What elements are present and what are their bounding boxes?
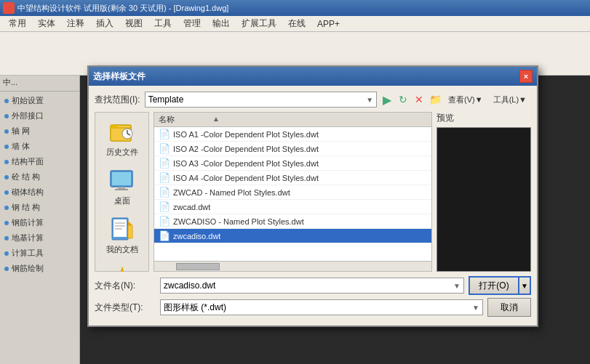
file-name-7: zwcadiso.dwt xyxy=(173,232,220,240)
filename-input[interactable]: zwcadiso.dwt ▼ xyxy=(160,278,464,294)
menu-solid[interactable]: 实体 xyxy=(32,16,61,31)
file-scroll-area[interactable]: 📄 ISO A1 -Color Dependent Plot Styles.dw… xyxy=(154,127,431,261)
file-item-7[interactable]: 📄 zwcadiso.dwt xyxy=(154,229,431,243)
refresh-icon[interactable]: ↻ xyxy=(396,92,410,107)
file-name-4: ZWCAD - Named Plot Styles.dwt xyxy=(173,188,290,197)
dialog-close-button[interactable]: × xyxy=(519,70,533,83)
column-name-label: 名称 xyxy=(159,114,175,125)
svg-rect-6 xyxy=(112,172,131,185)
sidebar-item-8[interactable]: 钢筋计算 xyxy=(0,215,79,230)
nav-desktop-label: 桌面 xyxy=(114,195,130,206)
back-icon[interactable]: ▶ xyxy=(380,92,394,107)
menu-tools[interactable]: 工具 xyxy=(148,16,178,31)
file-item-2[interactable]: 📄 ISO A3 -Color Dependent Plot Styles.dw… xyxy=(154,156,431,171)
menu-extend[interactable]: 扩展工具 xyxy=(236,16,282,31)
sidebar-dot-9 xyxy=(4,236,9,240)
sidebar-dot-11 xyxy=(4,267,9,271)
sidebar-item-3[interactable]: 墙 体 xyxy=(0,139,79,154)
tools-dropdown[interactable]: 工具(L)▼ xyxy=(489,93,531,107)
file-icon-5: 📄 xyxy=(159,201,170,212)
dialog-title: 选择样板文件 xyxy=(93,70,145,83)
nav-history[interactable]: 历史文件 xyxy=(97,116,147,161)
file-select-dialog: 选择样板文件 × 查找范围(I): Template ▼ ▶ ↻ ✕ xyxy=(87,65,538,327)
sidebar-item-0[interactable]: 初始设置 xyxy=(0,93,79,108)
view-dropdown[interactable]: 查看(V)▼ xyxy=(444,93,487,107)
left-sidebar: 中... 初始设置 外部接口 轴 网 墙 体 结构平面 砼 结 构 砌体结构 xyxy=(0,76,80,364)
file-icon-2: 📄 xyxy=(159,158,170,169)
sidebar-label-9: 地基计算 xyxy=(12,232,44,243)
nav-docs-label: 我的文档 xyxy=(106,244,138,255)
sidebar-dot-4 xyxy=(4,160,9,164)
open-button-group: 打开(O) ▼ xyxy=(469,276,531,295)
filetype-input[interactable]: 图形样板 (*.dwt) ▼ xyxy=(160,299,483,315)
sidebar-dot-1 xyxy=(4,114,9,118)
file-name-5: zwcad.dwt xyxy=(173,203,210,211)
sidebar-item-2[interactable]: 轴 网 xyxy=(0,124,79,139)
menu-annotation[interactable]: 注释 xyxy=(61,16,90,31)
toolbar-placeholder xyxy=(3,49,13,58)
sidebar-label-0: 初始设置 xyxy=(12,95,44,106)
file-item-3[interactable]: 📄 ISO A4 -Color Dependent Plot Styles.dw… xyxy=(154,171,431,185)
filetype-dropdown-arrow: ▼ xyxy=(472,304,479,312)
bottom-section: 文件名(N): zwcadiso.dwt ▼ 打开(O) ▼ xyxy=(95,276,531,320)
sidebar-label-3: 墙 体 xyxy=(12,141,30,152)
sidebar-item-11[interactable]: 钢筋绘制 xyxy=(0,261,79,276)
search-dropdown[interactable]: Template ▼ xyxy=(145,92,377,108)
sort-arrow-icon: ▲ xyxy=(212,115,220,123)
menu-view[interactable]: 视图 xyxy=(119,16,148,31)
dialog-body: 历史文件 桌面 xyxy=(95,112,531,272)
scrollbar-thumb[interactable] xyxy=(176,263,220,270)
file-item-6[interactable]: 📄 ZWCADISO - Named Plot Styles.dwt xyxy=(154,214,431,229)
menu-online[interactable]: 在线 xyxy=(282,16,311,31)
menu-common[interactable]: 常用 xyxy=(3,16,32,31)
file-panel-header: 名称 ▲ xyxy=(154,113,431,127)
filename-dropdown-arrow: ▼ xyxy=(453,282,461,290)
cancel-button[interactable]: 取消 xyxy=(487,298,531,317)
sidebar-item-1[interactable]: 外部接口 xyxy=(0,108,79,124)
svg-rect-10 xyxy=(113,219,127,237)
new-folder-icon[interactable]: 📁 xyxy=(428,92,442,107)
sidebar-dot-5 xyxy=(4,175,9,179)
search-dropdown-value: Template xyxy=(148,94,184,105)
nav-favorites[interactable]: 收藏夹 xyxy=(97,262,147,272)
nav-desktop[interactable]: 桌面 xyxy=(97,164,147,210)
file-name-0: ISO A1 -Color Dependent Plot Styles.dwt xyxy=(173,130,319,139)
menu-bar: 常用 实体 注释 插入 视图 工具 管理 输出 扩展工具 在线 APP+ xyxy=(0,16,590,32)
sidebar-label-2: 轴 网 xyxy=(12,126,30,137)
open-button[interactable]: 打开(O) xyxy=(469,276,519,295)
sidebar-dot-3 xyxy=(4,145,9,149)
horizontal-scrollbar[interactable] xyxy=(154,261,431,271)
menu-output[interactable]: 输出 xyxy=(207,16,236,31)
app-logo xyxy=(3,2,15,14)
filetype-value: 图形样板 (*.dwt) xyxy=(164,302,226,314)
preview-label: 预览 xyxy=(436,112,531,124)
file-item-4[interactable]: 📄 ZWCAD - Named Plot Styles.dwt xyxy=(154,185,431,200)
svg-rect-14 xyxy=(128,225,132,238)
sidebar-item-10[interactable]: 计算工具 xyxy=(0,246,79,261)
open-dropdown-arrow[interactable]: ▼ xyxy=(519,276,531,295)
delete-icon[interactable]: ✕ xyxy=(412,92,426,107)
sidebar-divider xyxy=(0,91,79,92)
sidebar-item-6[interactable]: 砌体结构 xyxy=(0,185,79,200)
sidebar-item-5[interactable]: 砼 结 构 xyxy=(0,169,79,185)
documents-icon xyxy=(109,217,135,243)
sidebar-dot-2 xyxy=(4,129,9,134)
menu-insert[interactable]: 插入 xyxy=(90,16,119,31)
file-item-5[interactable]: 📄 zwcad.dwt xyxy=(154,200,431,214)
sidebar-dot-0 xyxy=(4,99,9,103)
filetype-label: 文件类型(T): xyxy=(95,302,160,314)
menu-app[interactable]: APP+ xyxy=(311,17,346,31)
file-item-0[interactable]: 📄 ISO A1 -Color Dependent Plot Styles.dw… xyxy=(154,127,431,142)
sidebar-item-7[interactable]: 钢 结 构 xyxy=(0,200,79,215)
file-panel: 名称 ▲ 📄 ISO A1 -Color Dependent Plot Styl… xyxy=(154,112,432,272)
cancel-button-label: 取消 xyxy=(501,302,518,314)
filename-value: zwcadiso.dwt xyxy=(164,280,215,291)
sidebar-label-7: 钢 结 构 xyxy=(12,202,40,213)
file-icon-1: 📄 xyxy=(159,143,170,154)
nav-documents[interactable]: 我的文档 xyxy=(97,213,147,259)
sidebar-dot-10 xyxy=(4,251,9,256)
sidebar-item-4[interactable]: 结构平面 xyxy=(0,154,79,169)
sidebar-item-9[interactable]: 地基计算 xyxy=(0,230,79,246)
file-item-1[interactable]: 📄 ISO A2 -Color Dependent Plot Styles.dw… xyxy=(154,142,431,156)
menu-manage[interactable]: 管理 xyxy=(178,16,207,31)
